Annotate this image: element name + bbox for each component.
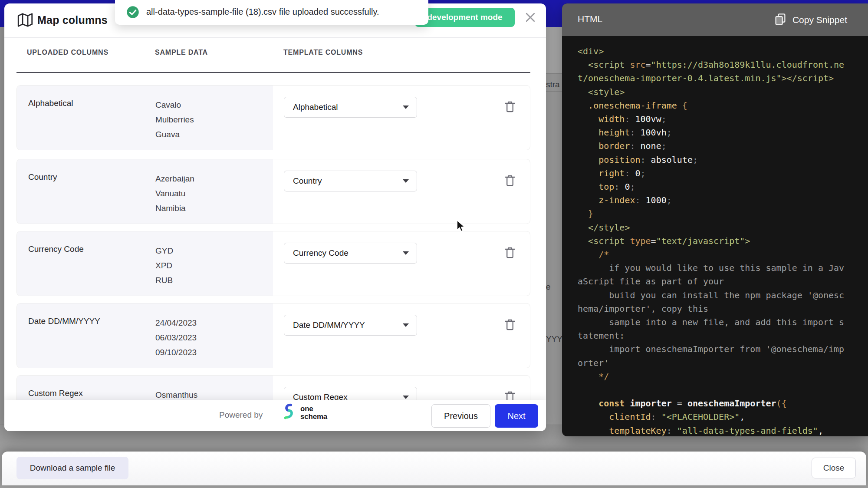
code-line [578,383,858,397]
code-line: position: absolute; [578,153,858,167]
template-column-select[interactable]: Alphabetical [284,97,417,118]
toast-message: all-data-types-sample-file (18).csv file… [146,7,379,17]
code-line: hema/importer', copy this [578,302,858,316]
background-text-fragment: YYY [546,334,562,344]
code-line: /* [578,248,858,261]
dialog-footer: Powered by one schema Previous Next [4,400,546,431]
delete-row-button[interactable] [503,317,517,333]
column-header-template: TEMPLATE COLUMNS [283,49,363,56]
delete-row-button[interactable] [503,99,517,115]
map-columns-dialog: Map columns development mode UPLOADED CO… [4,3,546,431]
code-line: z-index: 1000; [578,194,858,207]
development-mode-badge: development mode [415,8,515,27]
chevron-down-icon [403,396,409,399]
powered-by-label: Powered by [219,410,263,420]
sample-data: Cavalo Mulberries Guava [155,98,194,142]
oneschema-logo-icon [281,402,297,422]
delete-row-button[interactable] [503,245,517,261]
background-gap: stra e YYY [546,27,562,432]
code-line: templateKey: "all-data-types-and-fields"… [578,424,858,436]
code-line: top: 0; [578,180,858,194]
sample-data: Azerbaijan Vanuatu Namibia [155,171,194,216]
uploaded-column-label: Country [28,172,57,182]
copy-snippet-label: Copy Snippet [792,15,847,25]
template-column-select[interactable]: Country [284,171,417,191]
snippet-language-label: HTML [578,14,602,24]
close-icon[interactable] [523,10,538,25]
dialog-title: Map columns [37,14,108,26]
code-line: import oneschemaImporter from '@oneschem… [578,343,858,356]
check-circle-icon [126,6,139,20]
copy-icon [774,13,786,27]
uploaded-column-label: Custom Regex [28,389,83,398]
code-line: aScript file as part of your [578,275,858,288]
code-line: const importer = oneschemaImporter({ [578,397,858,410]
uploaded-column-label: Currency Code [28,244,84,254]
code-line: build you can install the npm package '@… [578,289,858,302]
code-line: .oneschema-iframe { [578,99,858,112]
chevron-down-icon [403,106,409,109]
sample-value: Cavalo [155,98,194,112]
bottom-action-bar: Download a sample file Close [2,452,866,485]
mapping-row: Alphabetical Cavalo Mulberries Guava Alp… [16,85,530,150]
template-column-value: Country [293,176,322,186]
sample-value: 09/10/2023 [155,345,197,360]
code-line: */ [578,370,858,383]
close-button[interactable]: Close [812,458,856,478]
code-line: orter' [578,356,858,370]
oneschema-wordmark: one schema [300,405,327,421]
delete-row-button[interactable] [503,173,517,189]
sample-value: XPD [155,258,173,273]
upload-success-toast: all-data-types-sample-file (18).csv file… [115,0,428,25]
mapping-row: Currency Code GYD XPD RUB Currency Code [16,231,530,296]
uploaded-column-label: Date DD/MM/YYYY [28,317,100,326]
code-line: height: 100vh; [578,126,858,139]
column-header-sample: SAMPLE DATA [155,49,208,56]
template-column-value: Alphabetical [293,102,338,112]
template-column-value: Currency Code [293,248,349,258]
code-line: <style> [578,86,858,99]
template-column-select[interactable]: Currency Code [284,243,417,264]
code-line: t/oneschema-importer-0.4.latest.min.js">… [578,72,858,85]
next-button[interactable]: Next [495,404,538,428]
sample-value: 06/03/2023 [155,330,197,345]
chevron-down-icon [403,251,409,255]
background-bottom-strip [0,485,868,488]
sample-value: RUB [155,273,173,288]
html-snippet-panel: HTML Copy Snippet <div> <script src="htt… [562,3,868,436]
sample-value: Mulberries [155,112,194,127]
download-sample-button[interactable]: Download a sample file [16,457,128,479]
sample-data: GYD XPD RUB [155,244,173,288]
code-line: right: 0; [578,167,858,180]
template-column-select[interactable]: Date DD/MM/YYYY [284,315,417,336]
mapping-row: Country Azerbaijan Vanuatu Namibia Count… [16,159,530,224]
code-line: sample into a new file, and add this imp… [578,316,858,329]
sample-value: Azerbaijan [155,171,194,186]
code-line: tatement: [578,329,858,343]
sample-data: 24/04/2023 06/03/2023 09/10/2023 [155,316,197,360]
copy-snippet-button[interactable]: Copy Snippet [774,11,847,29]
background-text-fragment: e [546,282,551,292]
code-line: </style> [578,221,858,234]
code-line: border: none; [578,139,858,153]
template-column-value: Date DD/MM/YYYY [293,320,365,330]
code-content: <div> <script src="https://d3ah8o189k1ll… [562,36,868,436]
code-line: } [578,207,858,221]
chevron-down-icon [403,179,409,183]
code-line: <script type="text/javascript"> [578,234,858,248]
sample-value: GYD [155,244,173,258]
map-icon [17,12,33,30]
divider [16,72,530,73]
code-line: width: 100vw; [578,112,858,126]
code-line: if you would like to use this sample in … [578,261,858,275]
previous-button[interactable]: Previous [431,404,490,428]
sample-value: 24/04/2023 [155,316,197,330]
code-line: <script src="https://d3ah8o189k1llu.clou… [578,58,858,72]
uploaded-column-label: Alphabetical [28,99,73,108]
code-line: <div> [578,45,858,58]
sample-value: Guava [155,127,194,142]
sample-value: Vanuatu [155,186,194,201]
divider [4,37,546,38]
code-line: clientId: "<PLACEHOLDER>", [578,410,858,424]
mapping-row: Date DD/MM/YYYY 24/04/2023 06/03/2023 09… [16,303,530,368]
